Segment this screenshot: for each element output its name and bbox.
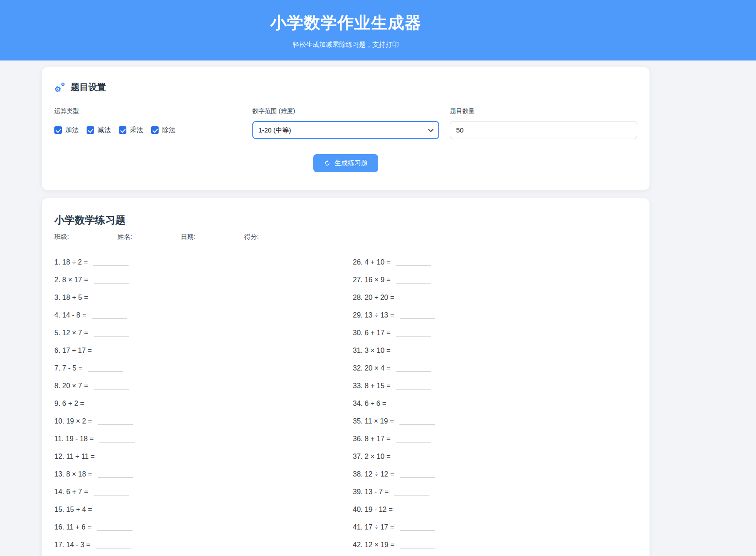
- answer-blank: [396, 278, 431, 284]
- problem-item: 13. 8 × 18 =: [54, 470, 339, 478]
- range-label: 数字范围 (难度): [252, 107, 440, 115]
- operation-checkbox[interactable]: 除法: [151, 126, 175, 134]
- answer-blank: [396, 384, 431, 390]
- problem-expression: 6. 17 ÷ 17 =: [54, 347, 92, 354]
- answer-blank: [400, 314, 435, 319]
- operation-checkbox[interactable]: 加法: [54, 126, 79, 134]
- answer-blank: [396, 331, 431, 337]
- worksheet-card: 小学数学练习题 班级: _________ 姓名: _________ 日期: …: [42, 198, 650, 556]
- answer-blank: [93, 261, 129, 266]
- checkbox-checked-icon[interactable]: [119, 126, 126, 134]
- problem-item: 8. 20 × 7 =: [54, 382, 339, 390]
- problem-expression: 42. 12 × 19 =: [353, 541, 395, 548]
- problem-expression: 34. 6 ÷ 6 =: [353, 400, 387, 407]
- generate-button-label: 生成练习题: [334, 159, 368, 167]
- problem-item: 32. 20 × 4 =: [353, 364, 638, 372]
- problem-item: 28. 20 ÷ 20 =: [353, 293, 638, 302]
- operation-checkbox[interactable]: 减法: [87, 126, 111, 134]
- problem-expression: 38. 12 ÷ 12 =: [353, 470, 395, 478]
- problem-item: 42. 12 × 19 =: [353, 541, 638, 549]
- problem-item: 14. 6 + 7 =: [54, 488, 339, 496]
- answer-blank: [396, 349, 431, 354]
- answer-blank: [400, 543, 435, 548]
- meta-field: 得分: _________: [244, 233, 297, 240]
- problem-item: 29. 13 ÷ 13 =: [353, 311, 638, 319]
- problems-grid: 1. 18 ÷ 2 = 2. 8 × 17 = 3. 18 + 5 =: [54, 258, 637, 556]
- answer-blank: [400, 473, 435, 478]
- meta-field-label: 日期:: [181, 233, 195, 240]
- meta-field-label: 得分:: [244, 233, 259, 240]
- answer-blank: [96, 543, 131, 548]
- answer-blank: [98, 473, 133, 478]
- meta-field-blank: _________: [73, 233, 107, 240]
- operation-type-group: 运算类型 加法 减法: [54, 107, 242, 139]
- settings-card-title: ⚙⚙ 题目设置: [54, 81, 637, 93]
- operation-checkbox-label: 乘法: [130, 126, 143, 134]
- checkbox-checked-icon[interactable]: [151, 126, 159, 134]
- problem-expression: 14. 6 + 7 =: [54, 488, 88, 495]
- problem-item: 10. 19 × 2 =: [54, 417, 339, 425]
- problem-expression: 31. 3 × 10 =: [353, 347, 391, 354]
- problem-item: 36. 8 + 17 =: [353, 435, 638, 443]
- app-subtitle: 轻松生成加减乘除练习题，支持打印: [42, 41, 650, 49]
- problem-item: 26. 4 + 10 =: [353, 258, 638, 266]
- answer-blank: [97, 526, 133, 531]
- difficulty-select[interactable]: 1-20 (中等): [252, 121, 440, 139]
- problem-item: 9. 6 + 2 =: [54, 399, 339, 408]
- problem-item: 37. 2 × 10 =: [353, 452, 638, 461]
- problem-expression: 41. 17 ÷ 17 =: [353, 523, 395, 531]
- answer-blank: [396, 455, 431, 460]
- problem-item: 6. 17 ÷ 17 =: [54, 346, 339, 355]
- problem-item: 11. 19 - 18 =: [54, 435, 339, 443]
- problem-expression: 29. 13 ÷ 13 =: [353, 311, 395, 319]
- answer-blank: [90, 402, 125, 407]
- answer-blank: [392, 402, 427, 407]
- meta-field-label: 姓名:: [118, 233, 132, 240]
- problem-item: 17. 14 - 3 =: [54, 541, 339, 549]
- problem-item: 2. 8 × 17 =: [54, 276, 339, 284]
- count-label: 题目数量: [450, 107, 637, 115]
- problem-item: 15. 15 + 4 =: [54, 505, 339, 514]
- answer-blank: [92, 314, 127, 319]
- answer-blank: [100, 455, 136, 460]
- meta-field: 日期: _________: [181, 233, 235, 240]
- problem-expression: 37. 2 × 10 =: [353, 453, 391, 460]
- problem-expression: 32. 20 × 4 =: [353, 364, 391, 372]
- problem-expression: 36. 8 + 17 =: [353, 435, 391, 443]
- problem-item: 31. 3 × 10 =: [353, 346, 638, 355]
- problem-expression: 10. 19 × 2 =: [54, 417, 92, 425]
- worksheet-title: 小学数学练习题: [54, 213, 637, 227]
- problem-item: 12. 11 ÷ 11 =: [54, 452, 339, 461]
- generate-button[interactable]: 生成练习题: [313, 154, 378, 172]
- answer-blank: [99, 437, 135, 443]
- answer-blank: [94, 296, 129, 301]
- answer-blank: [394, 490, 429, 495]
- problem-item: 3. 18 + 5 =: [54, 293, 339, 302]
- answer-blank: [396, 261, 431, 266]
- problem-item: 5. 12 × 7 =: [54, 329, 339, 337]
- problem-expression: 5. 12 × 7 =: [54, 329, 88, 337]
- answer-blank: [400, 296, 435, 301]
- meta-field: 班级: _________: [54, 233, 109, 240]
- worksheet-meta-row: 班级: _________ 姓名: _________ 日期: ________…: [54, 233, 637, 241]
- main-content: ⚙⚙ 题目设置 运算类型 加法 减法: [42, 67, 650, 556]
- answer-blank: [98, 508, 133, 513]
- difficulty-select-wrap: 1-20 (中等): [252, 121, 440, 139]
- answer-blank: [396, 437, 431, 443]
- problem-item: 40. 19 - 12 =: [353, 505, 638, 514]
- meta-field-blank: _________: [199, 233, 233, 240]
- answer-blank: [94, 278, 129, 284]
- problem-expression: 3. 18 + 5 =: [54, 294, 88, 301]
- count-group: 题目数量: [450, 107, 637, 139]
- operation-checkbox[interactable]: 乘法: [119, 126, 143, 134]
- problem-expression: 15. 15 + 4 =: [54, 506, 92, 513]
- problem-item: 4. 14 - 8 =: [54, 311, 339, 319]
- problem-item: 39. 13 - 7 =: [353, 488, 638, 496]
- problem-expression: 12. 11 ÷ 11 =: [54, 453, 95, 460]
- operation-checkbox-label: 减法: [98, 126, 111, 134]
- problem-item: 35. 11 × 19 =: [353, 417, 638, 425]
- checkbox-checked-icon[interactable]: [54, 126, 62, 134]
- problem-expression: 9. 6 + 2 =: [54, 400, 84, 407]
- question-count-input[interactable]: [450, 121, 637, 139]
- checkbox-checked-icon[interactable]: [87, 126, 94, 134]
